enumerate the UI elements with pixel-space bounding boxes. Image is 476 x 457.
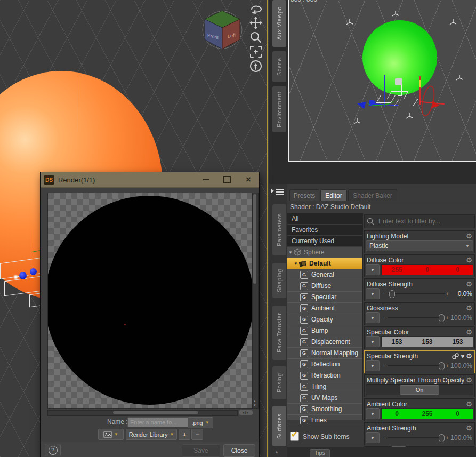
- group-row-tiling[interactable]: GTiling: [287, 381, 362, 392]
- pane-menu-icon[interactable]: [270, 188, 286, 199]
- tree-node-sphere[interactable]: ▼ Sphere: [287, 247, 362, 258]
- gear-icon[interactable]: ⚙: [466, 400, 472, 407]
- slider-minus[interactable]: −: [382, 291, 388, 297]
- param-options-button[interactable]: ▼: [366, 408, 380, 419]
- param-options-button[interactable]: ▼: [366, 360, 380, 371]
- link-icon[interactable]: [452, 353, 459, 359]
- diffuse-strength-slider[interactable]: − + 0.0%: [381, 289, 473, 299]
- gear-icon[interactable]: ⚙: [466, 304, 472, 311]
- list-item-currently-used[interactable]: Currently Used: [287, 236, 362, 247]
- tab-shader-baker[interactable]: Shader Baker: [348, 189, 397, 201]
- scroll-stepper-widget[interactable]: ◂‖▸: [239, 410, 253, 415]
- tab-parameters[interactable]: Parameters: [272, 204, 286, 255]
- filter-input[interactable]: [377, 217, 472, 226]
- close-button[interactable]: Close: [223, 444, 255, 457]
- gear-icon[interactable]: ⚙: [466, 256, 472, 263]
- render-name-input[interactable]: [127, 417, 189, 427]
- tab-presets[interactable]: Presets: [289, 189, 319, 201]
- maximize-button[interactable]: [216, 173, 238, 187]
- group-row-displacement[interactable]: GDisplacement: [287, 336, 362, 348]
- list-item-all[interactable]: All: [287, 213, 362, 225]
- group-row-diffuse[interactable]: GDiffuse: [287, 280, 362, 292]
- render-dialog-titlebar[interactable]: DS Render(1/1) ×: [41, 172, 259, 188]
- aux-viewport[interactable]: 886 : 886: [288, 0, 476, 162]
- tab-environment[interactable]: Environment: [272, 86, 286, 132]
- slider-thumb[interactable]: [389, 290, 395, 298]
- specular-strength-slider[interactable]: − + 100.0%: [381, 361, 473, 371]
- tab-tips[interactable]: Tips: [310, 449, 330, 457]
- save-button[interactable]: Save: [182, 444, 220, 457]
- slider-thumb[interactable]: [439, 434, 445, 442]
- gear-icon[interactable]: ⚙: [466, 424, 472, 431]
- scroll-up-arrow[interactable]: ▲: [275, 450, 279, 454]
- slider-plus[interactable]: +: [445, 291, 450, 297]
- slider-plus[interactable]: +: [445, 315, 450, 321]
- view-cube[interactable]: Front Left: [201, 9, 243, 51]
- orbit-icon[interactable]: [247, 1, 265, 15]
- zoom-icon[interactable]: [247, 30, 265, 44]
- collapse-caret-icon[interactable]: ▼: [287, 250, 294, 255]
- gear-icon[interactable]: ⚙: [466, 280, 472, 287]
- aim-icon[interactable]: [247, 59, 265, 73]
- favorite-heart-icon[interactable]: ♥: [461, 352, 464, 360]
- group-row-lines[interactable]: GLines: [287, 415, 362, 426]
- multiply-specular-toggle[interactable]: On: [400, 385, 439, 395]
- vertical-scroll-thumb[interactable]: [253, 194, 256, 284]
- glossiness-slider[interactable]: − + 100.0%: [381, 313, 473, 323]
- group-row-bump[interactable]: GBump: [287, 325, 362, 336]
- gizmo-blue-arrow[interactable]: [357, 100, 366, 109]
- tab-surfaces[interactable]: Surfaces: [272, 406, 286, 446]
- slider-track[interactable]: [388, 317, 445, 318]
- close-window-button[interactable]: ×: [238, 173, 259, 187]
- slider-thumb[interactable]: [439, 314, 445, 322]
- specular-color-swatch[interactable]: 153 153 153: [381, 336, 473, 347]
- slider-plus[interactable]: +: [445, 435, 450, 441]
- gear-icon[interactable]: ⚙: [466, 232, 472, 239]
- remove-button[interactable]: −: [191, 429, 203, 440]
- tab-scene[interactable]: Scene: [272, 51, 286, 82]
- gear-icon[interactable]: ⚙: [466, 328, 472, 335]
- group-row-smoothing[interactable]: GSmoothing: [287, 404, 362, 415]
- param-options-button[interactable]: ▼: [366, 312, 380, 323]
- param-options-button[interactable]: ▼: [366, 432, 380, 443]
- show-sub-items-checkbox[interactable]: ✔: [290, 432, 299, 441]
- tab-editor[interactable]: Editor: [320, 189, 347, 201]
- lighting-model-dropdown[interactable]: Plastic ▼: [366, 240, 473, 251]
- render-horizontal-scrollbar[interactable]: [47, 410, 238, 416]
- help-button[interactable]: ?: [45, 444, 61, 456]
- slider-minus[interactable]: −: [382, 435, 388, 441]
- scroll-arrows[interactable]: ▲▼: [253, 399, 257, 407]
- tab-aux-viewport[interactable]: Aux Viewpo: [272, 0, 286, 47]
- group-row-reflection[interactable]: GReflection: [287, 359, 362, 370]
- minimize-button[interactable]: [195, 173, 216, 187]
- pan-icon[interactable]: [247, 15, 265, 30]
- collapse-caret-icon[interactable]: ▼: [293, 261, 299, 266]
- gear-icon[interactable]: ⚙: [466, 352, 472, 359]
- group-row-normal-mapping[interactable]: GNormal Mapping: [287, 348, 362, 359]
- tab-posing[interactable]: Posing: [272, 366, 286, 399]
- ambient-color-swatch[interactable]: 0 255 0: [381, 408, 473, 419]
- slider-track[interactable]: [388, 365, 445, 366]
- diffuse-color-swatch[interactable]: 255 0 0: [381, 264, 473, 275]
- horizontal-scroll-thumb[interactable]: [113, 411, 198, 414]
- group-row-general[interactable]: GGeneral: [287, 269, 362, 280]
- tab-face-transfer[interactable]: Face Transfer: [272, 306, 286, 360]
- slider-plus[interactable]: +: [445, 363, 450, 369]
- group-row-uv-maps[interactable]: GUV Maps: [287, 392, 362, 404]
- ambient-strength-slider[interactable]: − + 100.0%: [381, 433, 473, 443]
- group-row-opacity[interactable]: GOpacity: [287, 314, 362, 325]
- param-options-button[interactable]: ▼: [366, 264, 380, 275]
- thumbnail-view-button[interactable]: ▼: [98, 429, 124, 440]
- slider-track[interactable]: [388, 293, 445, 294]
- library-dropdown[interactable]: Render Library ▼: [126, 429, 177, 440]
- group-row-refraction[interactable]: GRefraction: [287, 370, 362, 381]
- format-dropdown[interactable]: .png ▼: [188, 417, 213, 428]
- gear-icon[interactable]: ⚙: [466, 376, 472, 383]
- slider-minus[interactable]: −: [382, 315, 388, 321]
- add-button[interactable]: +: [179, 429, 190, 440]
- render-vertical-scrollbar[interactable]: ▲▼: [252, 193, 259, 409]
- tab-shaping[interactable]: Shaping: [272, 263, 286, 298]
- list-item-favorites[interactable]: Favorites: [287, 225, 362, 236]
- slider-track[interactable]: [388, 437, 445, 438]
- frame-icon[interactable]: [247, 44, 265, 59]
